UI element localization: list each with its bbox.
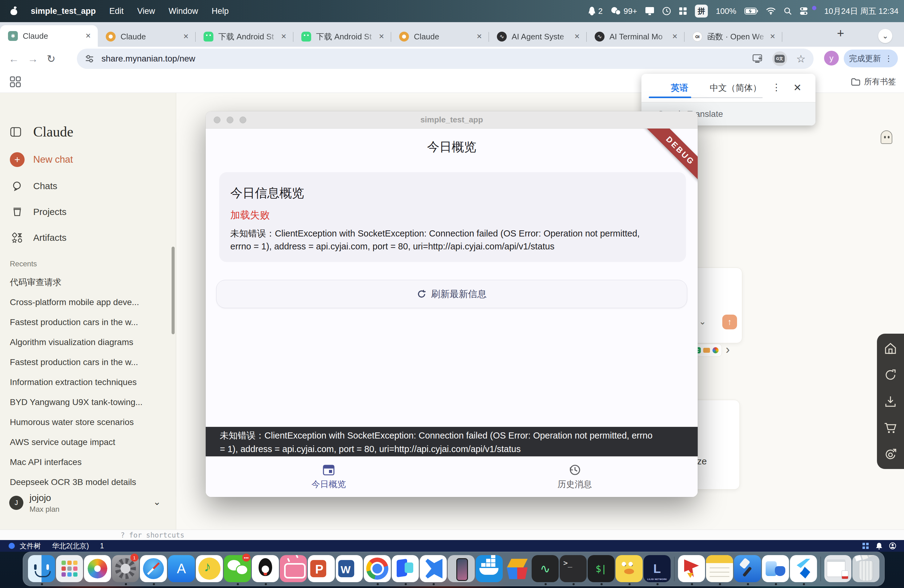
recent-chat-item[interactable]: Information extraction techniques [0, 374, 171, 391]
recent-chat-item[interactable]: Deepseek OCR 3B model details [0, 474, 171, 491]
browser-tab[interactable]: 下载 Android St ✕ [196, 27, 293, 47]
sidebar-scrollbar[interactable] [172, 247, 175, 334]
tab-today-overview[interactable]: 今日概览 [206, 456, 452, 497]
model-selector-chevron[interactable]: ⌄ [699, 316, 706, 327]
recent-chat-item[interactable]: Humorous water store scenarios [0, 414, 171, 431]
recent-chat-item[interactable]: AWS service outage impact [0, 434, 171, 451]
recent-chat-item[interactable]: Cross-platform mobile app deve... [0, 294, 171, 311]
refresh-icon[interactable] [884, 368, 897, 382]
apps-grid-icon[interactable] [862, 542, 869, 549]
battery-icon[interactable] [744, 7, 758, 15]
claude-logo[interactable]: Claude [33, 123, 73, 140]
download-icon[interactable] [884, 395, 897, 408]
wifi-icon[interactable] [766, 7, 776, 15]
tab-search-button[interactable]: ⌄ [878, 29, 892, 43]
expand-chevron[interactable]: › [725, 343, 730, 356]
google-translate-icon[interactable]: G文 [773, 51, 787, 66]
dock-iphone-icon[interactable] [448, 553, 475, 585]
dock-wechat-icon[interactable]: ••• [224, 553, 251, 585]
menu-app-name[interactable]: simple_test_app [31, 6, 96, 16]
translate-tab-chinese[interactable]: 中文（简体） [705, 82, 766, 94]
user-circle-icon[interactable] [889, 542, 896, 549]
dock-freeform-icon[interactable] [762, 553, 789, 585]
tab-close-icon[interactable]: ✕ [278, 32, 289, 42]
dock-activity-icon[interactable]: ∿ [532, 553, 559, 585]
dock-lilisi-icon[interactable]: LLILISI NETWORK [643, 553, 671, 585]
recent-chat-item[interactable]: Fastest production cars in the w... [0, 354, 171, 371]
dock-vmbox-icon[interactable] [504, 553, 531, 585]
stage-manager-icon[interactable] [679, 7, 687, 15]
dock-qq-icon[interactable] [252, 553, 279, 585]
recent-chat-item[interactable]: Fastest production cars in the w... [0, 314, 171, 331]
region-label[interactable]: 华北2(北京) [52, 541, 89, 551]
browser-tab[interactable]: ✱ Claude ✕ [0, 25, 98, 47]
workbench-app-icon[interactable] [9, 543, 15, 549]
input-method-icon[interactable]: 拼 [695, 5, 708, 17]
menu-window[interactable]: Window [169, 6, 198, 16]
home-icon[interactable] [884, 341, 897, 355]
dock-flutter-icon[interactable] [790, 553, 817, 585]
menu-help[interactable]: Help [212, 6, 229, 16]
address-bar[interactable]: share.mynanian.top/new G文 ☆ [77, 49, 814, 69]
more-menu-dots[interactable]: ⋮ [885, 54, 893, 63]
dock-winthumb-icon[interactable] [824, 553, 852, 585]
spotlight-icon[interactable] [784, 7, 792, 15]
display-icon[interactable] [645, 7, 654, 15]
tab-groups-icon[interactable] [10, 76, 21, 87]
profile-avatar[interactable]: y [824, 51, 839, 65]
dock-finder-icon[interactable] [28, 553, 55, 585]
qq-status-icon[interactable]: 2 [588, 6, 603, 16]
new-chat-button[interactable]: + New chat [0, 149, 176, 171]
refresh-button[interactable]: 刷新最新信息 [216, 280, 687, 308]
ghost-icon[interactable] [880, 130, 892, 144]
translate-close-icon[interactable]: ✕ [793, 82, 801, 93]
new-tab-button[interactable]: + [837, 27, 844, 40]
dock-trae-icon[interactable] [392, 553, 419, 585]
dock-docker-icon[interactable] [476, 553, 503, 585]
translate-tab-english[interactable]: 英语 [659, 82, 700, 94]
menu-edit[interactable]: Edit [109, 6, 124, 16]
bookmark-star-icon[interactable]: ☆ [797, 52, 806, 65]
browser-tab[interactable]: 下载 Android St ✕ [293, 27, 391, 47]
tab-close-icon[interactable]: ✕ [376, 32, 387, 42]
tab-close-icon[interactable]: ✕ [670, 32, 680, 42]
chat-input-fragment[interactable]: ⌄ ↑ [692, 267, 742, 343]
install-app-icon[interactable] [753, 54, 763, 64]
wechat-status-icon[interactable]: 99+ [611, 6, 637, 16]
target-share-icon[interactable] [884, 447, 897, 461]
tab-close-icon[interactable]: ✕ [474, 32, 485, 42]
browser-tab[interactable]: ∿ AI Agent Syste ✕ [489, 27, 587, 47]
site-settings-icon[interactable] [85, 54, 94, 63]
reload-button[interactable]: ↻ [47, 52, 56, 65]
send-button[interactable]: ↑ [722, 315, 737, 329]
dock-duck-icon[interactable] [616, 553, 643, 585]
user-menu[interactable]: J jojojo Max plan ⌄ [0, 492, 176, 523]
dock-ppt-icon[interactable] [308, 553, 335, 585]
dock-launchpad-icon[interactable] [56, 553, 83, 585]
url-text[interactable]: share.mynanian.top/new [101, 54, 753, 64]
dock-redarrow-icon[interactable] [678, 553, 705, 585]
sidebar-item-projects[interactable]: Projects [0, 201, 176, 223]
dock-appstore-icon[interactable]: A [168, 553, 195, 585]
control-center-icon[interactable] [800, 7, 809, 15]
tab-close-icon[interactable]: ✕ [181, 32, 191, 42]
dock-chrome-icon[interactable] [364, 553, 391, 585]
app-title-bar[interactable]: simple_test_app [206, 111, 698, 128]
tab-close-icon[interactable]: ✕ [768, 32, 778, 42]
forward-button[interactable]: → [28, 53, 38, 65]
menubar-clock[interactable]: 10月24日 周五 12:34 [824, 6, 898, 17]
translate-options-icon[interactable]: ⋮ [772, 82, 781, 93]
recent-chat-item[interactable]: 代码审查请求 [0, 274, 171, 291]
all-bookmarks-button[interactable]: 所有书签 [851, 76, 896, 87]
dock-terminal-icon[interactable]: >_ [559, 553, 587, 585]
dock-photos-icon[interactable] [84, 553, 111, 585]
dock-safari-icon[interactable] [140, 553, 167, 585]
dock-trash-icon[interactable] [852, 553, 879, 585]
dock-xcode-icon[interactable] [734, 553, 761, 585]
recent-chat-item[interactable]: Mac API interfaces [0, 454, 171, 471]
browser-tab[interactable]: OI 函数 · Open We ✕ [684, 27, 782, 47]
browser-tab[interactable]: Claude ✕ [98, 27, 196, 47]
sidebar-item-chats[interactable]: Chats [0, 175, 176, 197]
sidebar-toggle-icon[interactable] [11, 127, 21, 136]
time-machine-icon[interactable] [662, 7, 671, 15]
